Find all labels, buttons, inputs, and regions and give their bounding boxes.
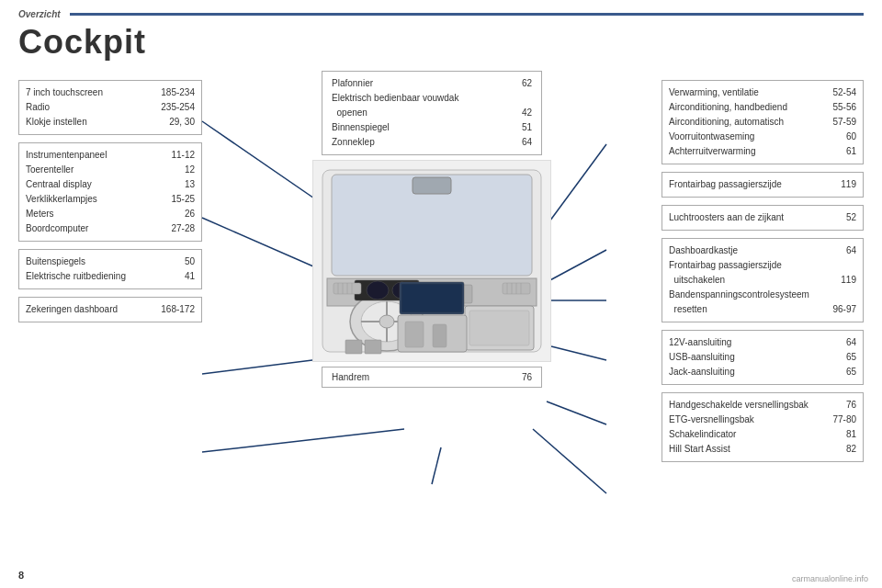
row-touchscreen: 7 inch touchscreen 185-234: [26, 85, 195, 100]
svg-rect-40: [469, 311, 529, 345]
row-bandenspanning: resetten 96-97: [669, 302, 856, 317]
row-hill-start: Hill Start Assist 82: [669, 442, 856, 457]
row-klokje: Klokje instellen 29, 30: [26, 115, 195, 130]
row-plafonnier: Plafonnier 62: [332, 76, 532, 91]
box-connections: 12V-aansluiting 64 USB-aansluiting 65 Ja…: [662, 330, 864, 385]
box-fuses: Zekeringen dashboard 168-172: [18, 297, 202, 322]
row-luchtroosters: Luchtroosters aan de zijkant 52: [669, 210, 856, 225]
row-airco-hand: Airconditioning, handbediend 55-56: [669, 100, 856, 115]
row-frontairbag-pass: Frontairbag passagierszijde 119: [669, 177, 856, 192]
left-column: 7 inch touchscreen 185-234 Radio 235-254…: [18, 71, 202, 585]
header-line: [70, 13, 864, 16]
box-climate: Verwarming, ventilatie 52-54 Airconditio…: [662, 80, 864, 164]
svg-rect-28: [401, 284, 462, 312]
box-mirrors: Buitenspiegels 50 Elektrische ruitbedien…: [18, 249, 202, 289]
row-dashboardkastje: Dashboardkastje 64: [669, 243, 856, 258]
row-radio: Radio 235-254: [26, 100, 195, 115]
row-elektrische-ruitbediening: Elektrische ruitbediening 41: [26, 269, 195, 284]
row-binnenspiegel: Binnenspiegel 51: [332, 120, 532, 135]
row-verwarming: Verwarming, ventilatie 52-54: [669, 85, 856, 100]
row-vouwdak-page: openen 42: [332, 106, 532, 120]
row-buitenspiegels: Buitenspiegels 50: [26, 254, 195, 269]
content-area: 7 inch touchscreen 185-234 Radio 235-254…: [18, 71, 864, 585]
row-frontairbag-uitsch-label: Frontairbag passagierszijde: [669, 258, 856, 273]
row-zonneklep: Zonneklep 64: [332, 135, 532, 150]
row-toerenteller: Toerenteller 12: [26, 163, 195, 177]
row-zekeringen: Zekeringen dashboard 168-172: [26, 302, 195, 317]
row-frontairbag-uitsch: uitschakelen 119: [669, 273, 856, 288]
row-meters: Meters 26: [26, 207, 195, 221]
box-airbag-passenger: Frontairbag passagierszijde 119: [662, 172, 864, 198]
box-instruments: Instrumentenpaneel 11-12 Toerenteller 12…: [18, 142, 202, 242]
row-voorruit: Voorruitontwaseming 60: [669, 130, 856, 144]
row-handgeschakeld: Handgeschakelde versnellingsbak 76: [669, 398, 856, 413]
row-usb: USB-aansluiting 65: [669, 350, 856, 365]
bottom-logo: carmanualonline.info: [792, 574, 868, 583]
header-label: Overzicht: [18, 9, 61, 19]
right-column: Verwarming, ventilatie 52-54 Airconditio…: [662, 71, 864, 585]
row-airco-auto: Airconditioning, automatisch 57-59: [669, 115, 856, 130]
box-touchscreen: 7 inch touchscreen 185-234 Radio 235-254…: [18, 80, 202, 135]
handrem-page: 76: [486, 372, 532, 382]
box-vents-side: Luchtroosters aan de zijkant 52: [662, 205, 864, 231]
svg-point-25: [367, 281, 389, 300]
top-info-box: Plafonnier 62 Elektrisch bedienbaar vouw…: [322, 71, 542, 155]
row-bandenspanning-label: Bandenspanningscontrolesysteem: [669, 288, 856, 302]
car-image: [312, 160, 551, 362]
box-gearbox: Handgeschakelde versnellingsbak 76 ETG-v…: [662, 392, 864, 462]
row-jack: Jack-aansluiting 65: [669, 365, 856, 379]
row-schakelindicator: Schakelindicator 81: [669, 427, 856, 442]
center-column: Plafonnier 62 Elektrisch bedienbaar vouw…: [202, 71, 662, 585]
row-etg: ETG-versnellingsbak 77-80: [669, 413, 856, 427]
svg-rect-14: [413, 177, 451, 194]
row-centraal-display: Centraal display 13: [26, 177, 195, 192]
row-boordcomputer: Boordcomputer 27-28: [26, 221, 195, 236]
box-dashboard-details: Dashboardkastje 64 Frontairbag passagier…: [662, 238, 864, 322]
handrem-label: Handrem: [332, 372, 369, 382]
svg-rect-43: [433, 324, 447, 347]
page: Overzicht Cockpit: [0, 0, 882, 588]
row-verklikkerlampjes: Verklikkerlampjes 15-25: [26, 192, 195, 207]
row-vouwdak: Elektrisch bedienbaar vouwdak: [332, 91, 532, 106]
header-bar: Overzicht: [18, 9, 864, 19]
row-achterruit: Achterruitverwarming 61: [669, 144, 856, 159]
row-12v: 12V-aansluiting 64: [669, 335, 856, 350]
row-instrumentenpaneel: Instrumentenpaneel 11-12: [26, 148, 195, 163]
page-number: 8: [18, 570, 24, 581]
svg-rect-42: [405, 322, 424, 347]
svg-point-23: [379, 315, 394, 328]
bottom-info-box: Handrem 76: [322, 367, 542, 388]
svg-rect-44: [345, 340, 362, 354]
svg-rect-45: [365, 340, 381, 354]
cockpit-illustration: [313, 161, 550, 361]
page-title: Cockpit: [18, 23, 864, 62]
